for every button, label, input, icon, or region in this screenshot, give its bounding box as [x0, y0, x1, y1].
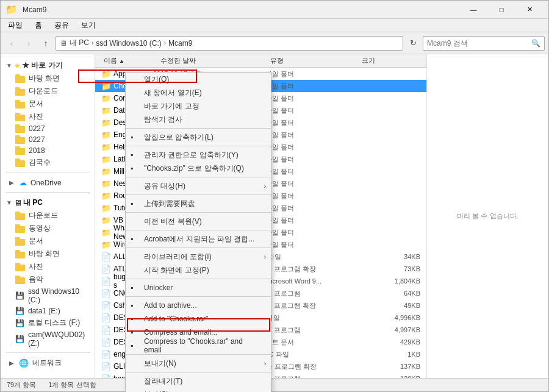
title-bar: 📁 Mcam9 — □ ✕: [1, 1, 548, 19]
nav-drive-e[interactable]: 💾 data1 (E:): [3, 305, 92, 316]
back-button[interactable]: ‹: [4, 36, 19, 51]
folder-icon: [15, 135, 25, 144]
context-menu-item[interactable]: 잘라내기(T): [126, 374, 271, 388]
context-menu-item[interactable]: 공유 대상(H)›: [126, 179, 271, 193]
folder-icon: 📁: [101, 228, 111, 237]
nav-downloads2[interactable]: 다운로드: [3, 209, 92, 222]
nav-pics[interactable]: 사진: [3, 110, 92, 123]
nav-network[interactable]: ▶ 🌐 네트워크: [3, 357, 92, 369]
context-menu-item[interactable]: ▪Add to archive...: [126, 299, 271, 312]
col-header-type[interactable]: 유형: [268, 56, 359, 65]
col-header-date[interactable]: 수정한 날짜: [158, 56, 268, 65]
up-button[interactable]: ↑: [38, 36, 53, 51]
search-bar[interactable]: 🔍: [423, 36, 545, 51]
nav-0227b[interactable]: 0227: [3, 134, 92, 145]
minimize-button[interactable]: —: [459, 1, 487, 19]
context-menu-item[interactable]: ▪알집으로 압축하기(L): [126, 130, 271, 144]
menu-view[interactable]: 보기: [76, 19, 101, 32]
nav-desktop[interactable]: 바탕 화면: [3, 72, 92, 85]
context-menu-item[interactable]: 탐색기 검사: [126, 113, 271, 126]
nav-2018[interactable]: 2018: [3, 145, 92, 156]
context-menu-item[interactable]: ▪Unlocker: [126, 281, 271, 294]
menu-home[interactable]: 홈: [30, 19, 47, 32]
selected-info: 1개 항목 선택함: [48, 380, 96, 390]
context-menu-separator: [126, 248, 271, 248]
folder-icon: 📁: [101, 69, 111, 79]
context-menu-item[interactable]: 라이브러리에 포함(I)›: [126, 250, 271, 263]
address-pc[interactable]: 내 PC: [70, 38, 89, 48]
address-folder[interactable]: Mcam9: [168, 39, 192, 48]
quick-access-header[interactable]: ▼ ★ ★ 바로 가기: [3, 59, 92, 72]
folder-icon: [15, 263, 25, 271]
address-drive[interactable]: ssd Windows10 (C:): [96, 39, 161, 48]
context-menu-item[interactable]: ▪Add to "Chooks.rar": [126, 312, 271, 326]
nav-downloads[interactable]: 다운로드: [3, 85, 92, 98]
drive-icon: 💾: [15, 307, 24, 315]
nav-drive-c[interactable]: 💾 ssd Windows10 (C:): [3, 286, 92, 305]
nav-kimguksu[interactable]: 김국수: [3, 156, 92, 169]
col-header-size[interactable]: 크기: [359, 56, 420, 65]
file-size: 120KB: [359, 375, 420, 378]
context-menu-separator: [126, 177, 271, 177]
file-type: 파일 폴더: [265, 228, 357, 237]
context-menu-item-label: 시작 화면에 고정(P): [144, 265, 209, 276]
drive-icon: 💾: [15, 335, 24, 343]
refresh-button[interactable]: ↻: [406, 36, 420, 51]
folder-icon: 📁: [101, 106, 111, 115]
nav-music[interactable]: 음악: [3, 273, 92, 286]
separator: [5, 173, 90, 173]
context-menu-item[interactable]: 열기(O): [126, 73, 271, 86]
menu-share[interactable]: 공유: [49, 19, 74, 32]
file-icon: 📄: [101, 265, 111, 274]
nav-videos[interactable]: 동영상: [3, 222, 92, 235]
nav-pics2[interactable]: 사진: [3, 260, 92, 273]
context-menu-item[interactable]: 바로 가기에 고정: [126, 99, 271, 113]
file-icon: 📄: [101, 374, 111, 379]
folder-icon: [15, 113, 25, 121]
close-button[interactable]: ✕: [515, 1, 544, 19]
file-type: 파일 폴더: [265, 143, 357, 152]
context-menu-item[interactable]: 복사(C): [126, 388, 271, 392]
nav-docs[interactable]: 문서: [3, 98, 92, 110]
address-bar[interactable]: 🖥 내 PC › ssd Windows10 (C:) › Mcam9: [56, 36, 403, 51]
nav-docs2[interactable]: 문서: [3, 235, 92, 248]
nav-desktop2[interactable]: 바탕 화면: [3, 248, 92, 260]
file-type: 파일 폴더: [265, 204, 357, 213]
file-size: 429KB: [359, 338, 420, 346]
context-menu-item-label: 탐색기 검사: [144, 115, 182, 125]
context-menu-item[interactable]: ▪Acrobat에서 지원되는 파일 결합...: [126, 232, 271, 246]
menu-file[interactable]: 파일: [3, 19, 27, 32]
file-size: 1,804KB: [359, 277, 420, 285]
file-size: 1KB: [360, 351, 420, 358]
context-menu-separator: [126, 372, 271, 372]
context-menu-item[interactable]: 새 창에서 열기(E): [126, 86, 271, 99]
nav-0227a[interactable]: 0227: [3, 123, 92, 134]
forward-button[interactable]: ›: [21, 36, 36, 51]
folder-icon: [15, 276, 25, 284]
context-menu-item[interactable]: 이전 버전 복원(V): [126, 215, 271, 228]
context-menu-item[interactable]: 시작 화면에 고정(P): [126, 263, 271, 277]
context-menu-item-icon: ▪: [131, 164, 133, 173]
context-menu-item[interactable]: ▪관리자 권한으로 압축하기(Y): [126, 148, 271, 162]
this-pc-header[interactable]: ▼ 🖥 내 PC: [3, 196, 92, 209]
file-type: 파일 폴더: [265, 106, 357, 115]
separator: [5, 352, 90, 353]
maximize-button[interactable]: □: [487, 1, 515, 19]
search-input[interactable]: [427, 39, 529, 48]
col-header-name[interactable]: 이름 ▲: [101, 56, 158, 65]
nav-onedrive[interactable]: ▶ ☁ OneDrive: [3, 177, 92, 188]
context-menu-item[interactable]: ▪上传到需要网盘: [126, 197, 271, 210]
context-menu-item-label: 관리자 권한으로 압축하기(Y): [144, 150, 239, 160]
context-menu-item-label: 열기(O): [144, 74, 169, 85]
context-menu-item[interactable]: ▪"Chooks.zip" 으로 압축하기(Q): [126, 162, 271, 175]
context-menu-item[interactable]: 보내기(N)›: [126, 357, 271, 370]
folder-icon: [15, 124, 25, 133]
nav-drive-z[interactable]: 💾 cam(WWQUD02) (Z:): [3, 329, 92, 349]
context-menu-item-label: 이전 버전 복원(V): [144, 216, 202, 227]
column-headers: 이름 ▲ 수정한 날짜 유형 크기: [95, 54, 426, 68]
preview-text: 미리 볼 수 없습니다.: [457, 212, 518, 221]
nav-drive-f[interactable]: 💾 로컬 디스크 (F:): [3, 316, 92, 329]
context-menu-item[interactable]: ▪Compress to "Chooks.rar" and email: [126, 339, 271, 352]
file-type: 파일 폴더: [265, 155, 357, 164]
submenu-arrow-icon: ›: [264, 183, 266, 190]
